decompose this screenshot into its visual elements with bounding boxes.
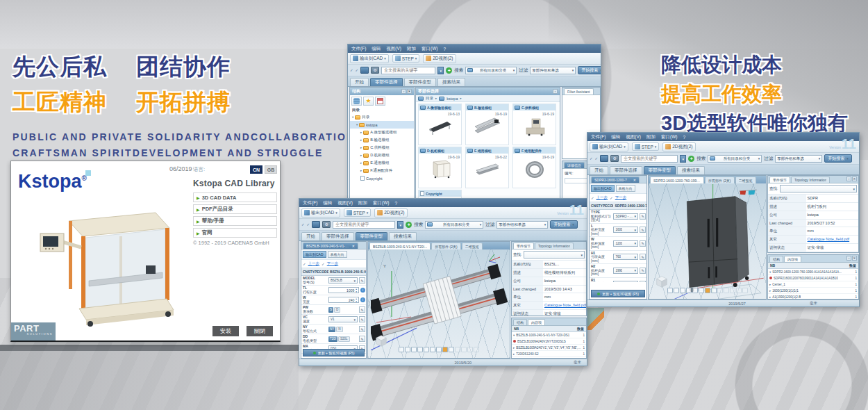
search-dropdown-icon[interactable]: ▾ [437,67,444,74]
tab-details[interactable]: 详细信息 [564,162,585,168]
toggle-option[interactable]: T20I [328,336,337,342]
check-icon[interactable]: ✓ [322,262,325,266]
menu-edit[interactable]: 编辑 [323,200,332,206]
close-icon[interactable]: ✕ [633,178,636,182]
menu-file[interactable]: 文件(F) [591,134,606,140]
2d-views-button[interactable]: 2D视图(2) [374,208,407,218]
menu-item-3d-cad-data[interactable]: ▶3D CAD DATA [193,192,277,202]
expander-icon[interactable]: ▸ [360,169,362,172]
tree-item[interactable]: ▸E.通用模组 [350,159,414,167]
menu-extras[interactable]: 附加 [646,134,656,140]
expander-icon[interactable]: ▸ [360,146,362,149]
viewport-tool-button[interactable] [411,347,417,352]
model-select[interactable]: BSZ5LB▾ [328,277,358,284]
expander-icon[interactable]: ▸ [360,131,362,134]
minimize-icon[interactable]: ▫ [401,89,406,94]
edit-icon[interactable]: ✎ [359,316,365,322]
find-dropdown[interactable]: ▾ [524,251,585,259]
tab-part-variant[interactable]: 零部件变型 [644,166,676,174]
search-settings-button[interactable]: ⚙ [371,67,379,74]
edit-icon[interactable]: ✎ [359,306,365,313]
search-dropdown-icon[interactable]: ▾ [680,155,686,163]
viewport-3d[interactable]: BSZ5LB-1009-240-S-V1-NY-T20I... 所有部件 (2页… [367,241,510,359]
content-row[interactable]: ▸BSZ5LB1009A240'V1','V2','V3','V4','V5',… [512,345,586,351]
tab-filter-assistant[interactable]: Filter Assistant [564,88,594,95]
spinner-icons[interactable]: ▴▾ [356,288,357,293]
tab-start[interactable]: 开始 [590,166,608,174]
history-button[interactable] [375,97,385,106]
tab-search-results[interactable]: 搜索结果 [389,232,417,240]
find-dropdown[interactable]: ▾ [780,185,857,192]
close-icon[interactable]: ✕ [852,256,857,261]
next-step-link[interactable]: 下一步 [327,261,339,266]
close-icon[interactable]: ✕ [352,244,355,248]
tab-search-results[interactable]: 搜索结果 [437,78,465,86]
content-row[interactable]: ▾BSZ5LB-1009-240-S-V1-NY-T20I-DS11 [512,332,586,338]
tab-part-variant[interactable]: 零部件变型 [356,232,388,240]
edit-icon[interactable]: ✎ [640,227,646,233]
menu-file[interactable]: 文件(F) [351,46,366,52]
step-format-button[interactable]: STEP▾ [632,142,660,151]
menu-help[interactable]: ? [443,47,446,51]
tree-item[interactable]: ▸A.微型输送模组 [350,129,414,136]
menu-edit[interactable]: 编辑 [372,46,381,52]
tab-part-selection[interactable]: 零部件选择 [370,78,403,86]
search-dropdown-icon[interactable]: ▾ [397,221,403,229]
tree-item[interactable]: ▸F.通用配弹件 [350,167,414,174]
prev-step-link[interactable]: 上一步 [308,261,320,266]
width-stepper[interactable]: 240▴▾ [328,297,359,303]
search-settings-button[interactable]: ⚙ [610,155,619,162]
tab-part-selection[interactable]: 零部件选择 [322,232,354,240]
viewport-tool-button[interactable] [711,288,717,293]
search-input[interactable] [381,67,435,74]
tab-2d-preview[interactable]: 二维预览 [735,177,756,183]
filter-scope-dropdown[interactable]: 零部件组和单选▾ [775,155,822,163]
expander-icon[interactable]: ▾ [356,123,358,126]
close-icon[interactable]: ✕ [852,177,857,181]
tree-item[interactable]: ▸D.机柜模组 [350,151,414,159]
start-search-button[interactable]: 开始搜索▾ [550,220,578,229]
check-icon[interactable]: ✓ [356,68,359,72]
tree-item-copyright[interactable]: Copyright [350,174,414,182]
menu-item-help-manual[interactable]: ▶帮助/手册 [193,216,277,226]
toggle-option[interactable]: S20L [338,336,350,342]
edit-icon[interactable]: ✎ [359,277,365,284]
add-search-icon[interactable]: + [406,222,412,228]
viewport-tool-button[interactable] [674,288,679,293]
info-icon[interactable]: i [360,288,365,293]
check-icon[interactable]: ✓ [591,196,594,200]
tile-b[interactable]: B.输送模组 19-6-19 [465,104,509,145]
minimize-icon[interactable]: ▫ [553,89,558,94]
navigation-cube[interactable] [654,274,669,289]
catalogue-link[interactable]: Catalogue Note_field.pdf [543,302,586,309]
catalogs-button[interactable] [351,97,362,106]
content-row[interactable]: ▸T20IDS1240-S21 [512,351,586,357]
check-icon[interactable]: ✓ [595,156,599,161]
minimize-icon[interactable]: ▫ [846,177,851,181]
check-icon[interactable]: ✓ [590,156,593,161]
check-icon[interactable]: ✓ [350,68,353,72]
tile-f[interactable]: F.通用配弹件 19-6-19 [512,147,556,188]
edit-icon[interactable]: ✎ [640,281,646,282]
favorites-button[interactable]: ★ [363,97,374,106]
tab-part-detail[interactable]: 零件细节 [769,177,790,183]
menu-extras[interactable]: 附加 [407,46,416,52]
viewport-tool-button[interactable] [692,288,698,293]
toggle-option[interactable]: NY [328,327,335,332]
tab-structure[interactable]: 结构 [513,319,527,325]
viewport-tool-button[interactable] [436,347,442,352]
expander-icon[interactable]: ▾ [769,270,771,274]
search-mode-button[interactable] [600,155,608,162]
expander-icon[interactable]: ▸ [769,295,771,299]
viewport-tool-button[interactable] [680,288,685,293]
content-row[interactable]: ▸A1(1990(1200(1(2-B1 [768,294,858,300]
2d-views-button[interactable]: 2D视图(2) [423,54,456,63]
tab-model-3d[interactable]: SDPR2-1600-1200-760-1990-ACL [650,177,704,183]
content-row[interactable]: ▸1600(1200(1(1(1(11 [768,288,858,294]
close-button[interactable]: 關閉 [247,326,273,336]
content-row[interactable]: SDPR216001200760199011A1A1A1A1A1B101 [768,275,858,281]
menu-help[interactable]: ? [683,135,685,140]
tab-search-results[interactable]: 搜索结果 [677,166,705,174]
step-format-button[interactable]: STEP▾ [392,54,420,63]
toggle-option[interactable]: D [334,307,340,313]
